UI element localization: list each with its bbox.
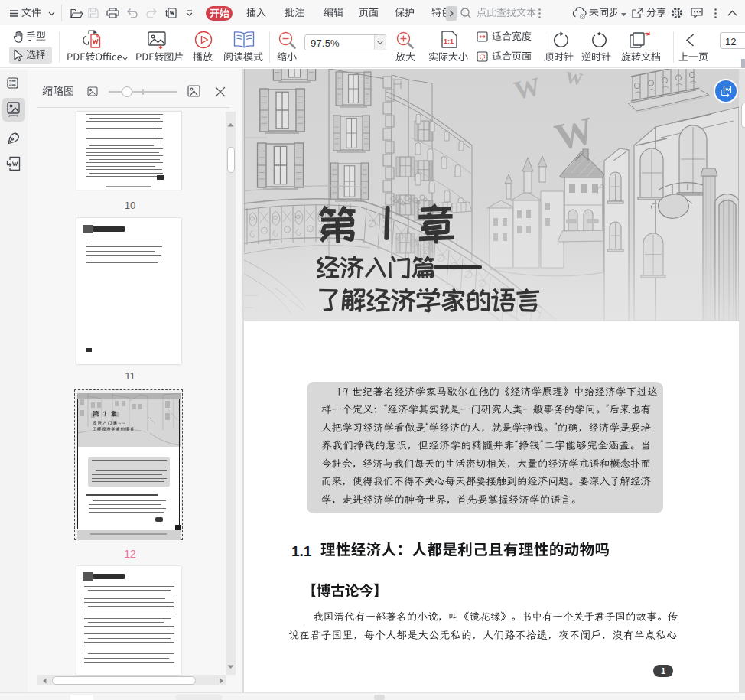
svg-text:1:1: 1:1 <box>444 37 454 45</box>
svg-text:W: W <box>564 69 584 89</box>
